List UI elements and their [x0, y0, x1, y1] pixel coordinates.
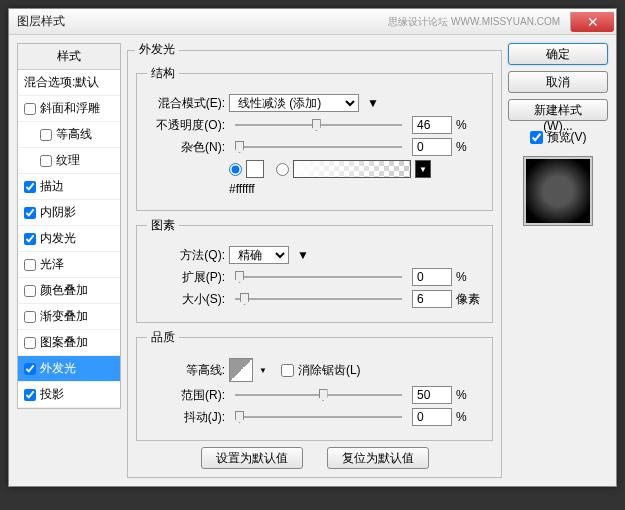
- style-checkbox[interactable]: [24, 285, 36, 297]
- reset-default-button[interactable]: 复位为默认值: [327, 447, 429, 469]
- opacity-unit: %: [456, 118, 482, 132]
- technique-select[interactable]: 精确: [229, 246, 289, 264]
- style-item[interactable]: 描边: [18, 174, 120, 200]
- style-checkbox[interactable]: [24, 311, 36, 323]
- jitter-unit: %: [456, 410, 482, 424]
- style-item[interactable]: 斜面和浮雕: [18, 96, 120, 122]
- panel-title: 外发光: [135, 41, 179, 58]
- dialog-title: 图层样式: [17, 13, 65, 30]
- technique-label: 方法(Q):: [147, 247, 225, 264]
- color-swatch[interactable]: [246, 160, 264, 178]
- noise-slider[interactable]: [235, 140, 402, 154]
- styles-header[interactable]: 样式: [18, 44, 120, 70]
- cancel-button[interactable]: 取消: [508, 71, 608, 93]
- style-item-label: 渐变叠加: [40, 308, 88, 325]
- antialias-checkbox[interactable]: [281, 364, 294, 377]
- style-item[interactable]: 光泽: [18, 252, 120, 278]
- noise-input[interactable]: [412, 138, 452, 156]
- gradient-picker[interactable]: [293, 160, 411, 178]
- preview-checkbox[interactable]: [530, 131, 543, 144]
- blend-mode-label: 混合模式(E):: [147, 95, 225, 112]
- style-item-label: 斜面和浮雕: [40, 100, 100, 117]
- chevron-down-icon[interactable]: ▼: [297, 248, 309, 262]
- blend-mode-select[interactable]: 线性减淡 (添加): [229, 94, 359, 112]
- quality-title: 品质: [147, 329, 179, 346]
- jitter-label: 抖动(J):: [147, 409, 225, 426]
- layer-style-dialog: 图层样式 思缘设计论坛 WWW.MISSYUAN.COM ✕ 样式 混合选项:默…: [8, 8, 617, 487]
- quality-group: 品质 等高线: ▼ 消除锯齿(L) 范围(R): %: [136, 329, 493, 441]
- style-item[interactable]: 颜色叠加: [18, 278, 120, 304]
- range-label: 范围(R):: [147, 387, 225, 404]
- noise-label: 杂色(N):: [147, 139, 225, 156]
- opacity-slider[interactable]: [235, 118, 402, 132]
- preview-label: 预览(V): [547, 129, 587, 146]
- style-checkbox[interactable]: [24, 337, 36, 349]
- style-checkbox[interactable]: [40, 155, 52, 167]
- color-radio[interactable]: [229, 163, 242, 176]
- style-item[interactable]: 投影: [18, 382, 120, 408]
- elements-group: 图素 方法(Q): 精确 ▼ 扩展(P): % 大小(S):: [136, 217, 493, 323]
- style-item[interactable]: 纹理: [18, 148, 120, 174]
- style-item[interactable]: 外发光: [18, 356, 120, 382]
- new-style-button[interactable]: 新建样式(W)...: [508, 99, 608, 121]
- size-slider[interactable]: [235, 292, 402, 306]
- size-input[interactable]: [412, 290, 452, 308]
- style-item[interactable]: 图案叠加: [18, 330, 120, 356]
- style-item-label: 光泽: [40, 256, 64, 273]
- style-item-label: 内发光: [40, 230, 76, 247]
- contour-picker[interactable]: [229, 358, 253, 382]
- style-item-label: 纹理: [56, 152, 80, 169]
- style-item-label: 等高线: [56, 126, 92, 143]
- chevron-down-icon[interactable]: ▼: [367, 96, 379, 110]
- gradient-radio[interactable]: [276, 163, 289, 176]
- gradient-dropdown-icon[interactable]: ▼: [415, 160, 431, 178]
- opacity-input[interactable]: [412, 116, 452, 134]
- style-checkbox[interactable]: [24, 259, 36, 271]
- range-slider[interactable]: [235, 388, 402, 402]
- style-item-label: 投影: [40, 386, 64, 403]
- range-input[interactable]: [412, 386, 452, 404]
- contour-label: 等高线:: [147, 362, 225, 379]
- noise-unit: %: [456, 140, 482, 154]
- preview-thumbnail: [523, 156, 593, 226]
- structure-group: 结构 混合模式(E): 线性减淡 (添加) ▼ 不透明度(O): % 杂色(N)…: [136, 65, 493, 211]
- style-item[interactable]: 内阴影: [18, 200, 120, 226]
- color-hex: #ffffff: [229, 182, 255, 196]
- style-checkbox[interactable]: [40, 129, 52, 141]
- titlebar[interactable]: 图层样式 思缘设计论坛 WWW.MISSYUAN.COM ✕: [9, 9, 616, 35]
- antialias-label: 消除锯齿(L): [298, 362, 361, 379]
- structure-title: 结构: [147, 65, 179, 82]
- style-checkbox[interactable]: [24, 207, 36, 219]
- jitter-slider[interactable]: [235, 410, 402, 424]
- outer-glow-panel: 结构 混合模式(E): 线性减淡 (添加) ▼ 不透明度(O): % 杂色(N)…: [127, 50, 502, 478]
- blending-options-item[interactable]: 混合选项:默认: [18, 70, 120, 96]
- jitter-input[interactable]: [412, 408, 452, 426]
- style-checkbox[interactable]: [24, 103, 36, 115]
- style-item[interactable]: 渐变叠加: [18, 304, 120, 330]
- style-item-label: 描边: [40, 178, 64, 195]
- spread-slider[interactable]: [235, 270, 402, 284]
- spread-unit: %: [456, 270, 482, 284]
- styles-list: 样式 混合选项:默认 斜面和浮雕等高线纹理描边内阴影内发光光泽颜色叠加渐变叠加图…: [17, 43, 121, 409]
- style-item-label: 图案叠加: [40, 334, 88, 351]
- spread-input[interactable]: [412, 268, 452, 286]
- size-label: 大小(S):: [147, 291, 225, 308]
- make-default-button[interactable]: 设置为默认值: [201, 447, 303, 469]
- size-unit: 像素: [456, 291, 482, 308]
- style-checkbox[interactable]: [24, 233, 36, 245]
- style-item[interactable]: 内发光: [18, 226, 120, 252]
- elements-title: 图素: [147, 217, 179, 234]
- style-item-label: 颜色叠加: [40, 282, 88, 299]
- spread-label: 扩展(P):: [147, 269, 225, 286]
- style-checkbox[interactable]: [24, 389, 36, 401]
- close-icon[interactable]: ✕: [570, 12, 614, 32]
- style-checkbox[interactable]: [24, 181, 36, 193]
- ok-button[interactable]: 确定: [508, 43, 608, 65]
- chevron-down-icon[interactable]: ▼: [259, 366, 267, 375]
- style-item-label: 外发光: [40, 360, 76, 377]
- range-unit: %: [456, 388, 482, 402]
- style-checkbox[interactable]: [24, 363, 36, 375]
- style-item[interactable]: 等高线: [18, 122, 120, 148]
- opacity-label: 不透明度(O):: [147, 117, 225, 134]
- watermark-text: 思缘设计论坛 WWW.MISSYUAN.COM: [388, 15, 564, 29]
